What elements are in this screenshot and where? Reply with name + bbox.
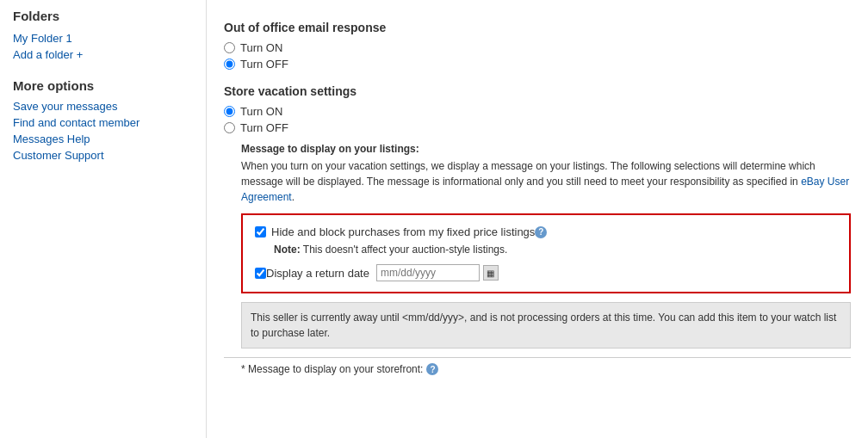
turn-on-radio[interactable]	[224, 42, 235, 53]
folders-title: Folders	[13, 9, 206, 23]
vacation-turn-off-label: Turn OFF	[240, 121, 288, 134]
return-date-row: Display a return date ▦	[255, 264, 837, 281]
turn-off-label: Turn OFF	[240, 58, 288, 71]
vacation-turn-on-label: Turn ON	[240, 105, 282, 118]
away-message-text: This seller is currently away until <mm/…	[251, 312, 836, 339]
note-label: Note:	[274, 244, 301, 256]
message-body-text: When you turn on your vacation settings,…	[241, 160, 815, 188]
hide-block-checkbox-row: Hide and block purchases from my fixed p…	[255, 225, 837, 238]
storefront-help-icon[interactable]: ?	[426, 363, 438, 375]
note-body: This doesn't affect your auction-style l…	[303, 244, 508, 256]
sidebar-item-customer-support[interactable]: Customer Support	[13, 147, 206, 163]
storefront-label-text: * Message to display on your storefront:	[241, 363, 423, 375]
hide-block-label: Hide and block purchases from my fixed p…	[271, 225, 535, 238]
sidebar: Folders My Folder 1 Add a folder + More …	[0, 0, 207, 438]
more-options-title: More options	[13, 78, 206, 93]
sidebar-item-save-messages[interactable]: Save your messages	[13, 98, 206, 114]
sidebar-add-folder[interactable]: Add a folder +	[13, 46, 206, 63]
return-date-checkbox[interactable]	[255, 268, 266, 279]
message-block: Message to display on your listings: Whe…	[241, 143, 851, 205]
vacation-radio-group: Turn ON Turn OFF	[224, 105, 851, 134]
vacation-title: Store vacation settings	[224, 84, 851, 98]
vacation-turn-on-row[interactable]: Turn ON	[224, 105, 851, 118]
vacation-turn-off-radio[interactable]	[224, 122, 235, 133]
turn-on-label: Turn ON	[240, 41, 282, 54]
hide-block-help-icon[interactable]: ?	[535, 226, 547, 238]
vacation-section: Store vacation settings Turn ON Turn OFF…	[224, 84, 851, 375]
sidebar-my-folder[interactable]: My Folder 1	[13, 30, 206, 46]
return-date-label: Display a return date	[266, 267, 369, 280]
divider	[224, 357, 851, 358]
vacation-turn-off-row[interactable]: Turn OFF	[224, 121, 851, 134]
out-of-office-radio-group: Turn ON Turn OFF	[224, 41, 851, 71]
sidebar-item-messages-help[interactable]: Messages Help	[13, 131, 206, 147]
turn-on-radio-row[interactable]: Turn ON	[224, 41, 851, 54]
hide-block-checkbox[interactable]	[255, 226, 266, 238]
storefront-label-row: * Message to display on your storefront:…	[241, 363, 851, 375]
red-bordered-box: Hide and block purchases from my fixed p…	[241, 213, 851, 293]
calendar-icon[interactable]: ▦	[483, 265, 499, 281]
vacation-turn-on-radio[interactable]	[224, 106, 235, 117]
message-display-title: Message to display on your listings:	[241, 143, 851, 155]
message-suffix: .	[292, 191, 294, 203]
return-date-input[interactable]	[376, 264, 480, 281]
note-text: Note: This doesn't affect your auction-s…	[274, 244, 837, 256]
sidebar-item-find-contact[interactable]: Find and contact member	[13, 114, 206, 131]
turn-off-radio-row[interactable]: Turn OFF	[224, 58, 851, 71]
main-content: Out of office email response Turn ON Tur…	[207, 0, 868, 438]
message-display-body: When you turn on your vacation settings,…	[241, 158, 851, 205]
turn-off-radio[interactable]	[224, 59, 235, 70]
out-of-office-section: Out of office email response Turn ON Tur…	[224, 21, 851, 71]
out-of-office-title: Out of office email response	[224, 21, 851, 34]
away-message-box: This seller is currently away until <mm/…	[241, 302, 851, 349]
